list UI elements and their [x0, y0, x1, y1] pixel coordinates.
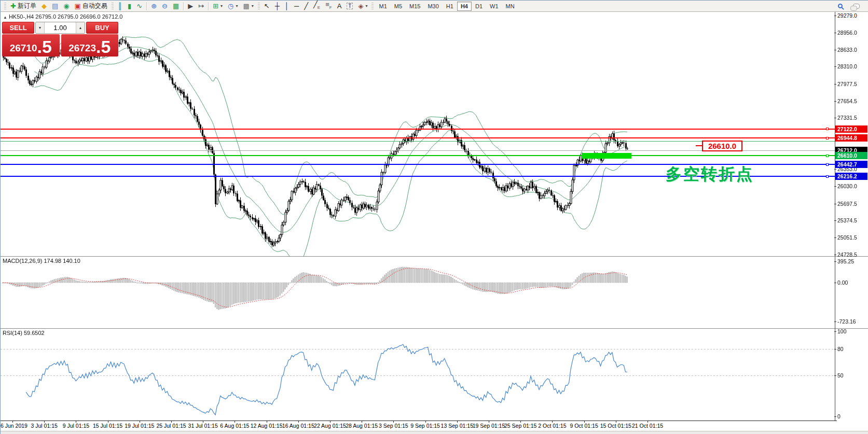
arrows-caret-icon[interactable]: ▾ [365, 4, 367, 8]
horizontal-line-object[interactable] [1, 137, 835, 138]
price-axis-tick: 25051.5 [837, 234, 857, 241]
horizontal-line-button[interactable]: ─ [292, 1, 301, 11]
date-axis-tick [616, 421, 616, 423]
candlestick-chart-button[interactable]: ▮ [125, 1, 134, 11]
timeframe-m5-button[interactable]: M5 [391, 2, 406, 11]
volume-input[interactable]: 1.00 [45, 22, 76, 33]
timeframe-h1-button[interactable]: H1 [443, 2, 457, 11]
buy-button[interactable]: BUY [86, 22, 118, 34]
macd-pane-separator[interactable] [1, 256, 868, 257]
new-chart-button[interactable]: ⊞▾ [210, 1, 225, 11]
symbol-ohlc-text: HK50-,H4 26795.0 26795.0 26696.0 26712.0 [9, 13, 123, 20]
new-chart-icon: ⊞ [213, 3, 218, 9]
toolbar-grip[interactable] [4, 3, 6, 10]
date-axis-label: 15 Jul 01:15 [93, 423, 122, 429]
date-axis-tick [330, 421, 330, 423]
line-chart-icon: ∿ [136, 3, 142, 9]
auto-scroll-button[interactable]: ▶ [185, 1, 196, 11]
text-label-button[interactable]: T [344, 1, 355, 11]
toolbar-grip[interactable] [258, 3, 260, 10]
date-axis-tick [425, 421, 426, 423]
fibonacci-button[interactable]: ≡F [323, 1, 334, 11]
macd-axis-tick: -723.16 [837, 318, 856, 325]
auto-trading-button[interactable]: ▣自动交易 [72, 1, 110, 11]
trendline-button[interactable]: ╱ [301, 1, 311, 11]
chat-button[interactable] [850, 1, 862, 11]
timeframe-m15-button[interactable]: M15 [406, 2, 424, 11]
crosshair-icon: ┼ [275, 3, 280, 9]
zoom-out-button[interactable]: ⊖ [159, 1, 170, 11]
timeframe-m30-button[interactable]: M30 [424, 2, 442, 11]
mt4-window: ✚新订单◆▤◉▣自动交易║▮∿⊕⊖▦▶↦⊞▾◷▾▩▾↖┼│─╱╱E≡FAT◈▾M… [0, 0, 868, 434]
arrows-button[interactable]: ◈▾ [355, 1, 370, 11]
date-axis-label: 9 Jul 01:15 [63, 423, 89, 429]
bar-chart-button[interactable]: ║ [115, 1, 125, 11]
price-axis-tick: 27977.5 [837, 81, 857, 87]
date-axis-tick [457, 421, 458, 423]
search-button[interactable] [835, 1, 845, 11]
line-chart-button[interactable]: ∿ [134, 1, 145, 11]
vertical-line-icon: │ [285, 3, 289, 9]
chart-canvas[interactable] [1, 12, 835, 421]
timeframe-mn-button[interactable]: MN [502, 2, 518, 11]
chart-shift-button[interactable]: ↦ [196, 1, 206, 11]
one-click-trading-panel: SELL ▾ 1.00 ▴ BUY 26710.5 26723.5 [2, 22, 118, 57]
line-anchor-handle[interactable] [826, 155, 829, 157]
sell-price-display[interactable]: 26710.5 [2, 34, 60, 57]
date-axis-tick [203, 421, 203, 423]
templates-button[interactable]: ▩▾ [240, 1, 256, 11]
key-level-price-box[interactable]: 26610.0 [702, 141, 742, 151]
date-axis-label: 25 Sep 01:15 [504, 423, 536, 429]
volume-increase-button[interactable]: ▴ [76, 22, 85, 33]
toolbar-separator [208, 2, 209, 10]
date-axis-label: 19 Jul 01:15 [125, 423, 154, 429]
timeframe-m1-button[interactable]: M1 [375, 2, 390, 11]
data-window-button[interactable]: ▤ [49, 1, 61, 11]
line-anchor-handle[interactable] [826, 175, 829, 178]
date-axis-tick [520, 421, 521, 423]
templates-caret-icon[interactable]: ▾ [252, 4, 254, 8]
buy-price-display[interactable]: 26723.5 [61, 34, 119, 57]
sell-button[interactable]: SELL [2, 22, 34, 34]
key-zone-highlight[interactable] [582, 153, 631, 159]
periods-caret-icon[interactable]: ▾ [236, 4, 238, 8]
cursor-button[interactable]: ↖ [261, 1, 272, 11]
volume-decrease-button[interactable]: ▾ [36, 22, 45, 33]
timeframe-h4-button[interactable]: H4 [457, 2, 472, 11]
vertical-line-button[interactable]: │ [282, 1, 292, 11]
rsi-pane-separator[interactable] [1, 328, 868, 329]
timeframe-w1-button[interactable]: W1 [486, 2, 502, 11]
horizontal-line-object[interactable] [1, 155, 835, 156]
date-axis-label: 15 Oct 01:15 [600, 423, 631, 429]
price-axis-tick: 24728.5 [837, 251, 857, 258]
date-axis-tick [44, 421, 45, 423]
new-chart-caret-icon[interactable]: ▾ [221, 4, 223, 8]
fibonacci-icon: ≡F [325, 1, 332, 11]
text-button[interactable]: A [335, 1, 345, 11]
equidistant-channel-button[interactable]: ╱E [311, 1, 323, 11]
crosshair-button[interactable]: ┼ [272, 1, 282, 11]
line-anchor-handle[interactable] [826, 163, 829, 166]
auto-trading-label: 自动交易 [82, 2, 107, 10]
toolbar-grip[interactable] [112, 3, 114, 10]
horizontal-line-object[interactable] [1, 129, 835, 130]
timeframe-d1-button[interactable]: D1 [472, 2, 486, 11]
rsi-indicator-label: RSI(14) 59.6502 [3, 330, 45, 336]
new-order-button[interactable]: ✚新订单 [8, 1, 39, 11]
tile-windows-button[interactable]: ▦ [170, 1, 182, 11]
date-axis-label: 16 Aug 01:15 [282, 423, 314, 429]
price-axis-tick: 25374.5 [837, 217, 857, 223]
date-axis-tick [647, 421, 648, 423]
market-watch-button[interactable]: ◆ [39, 1, 49, 11]
toolbar-grip[interactable] [371, 3, 374, 10]
rsi-axis-tick: 50 [837, 372, 844, 379]
arrows-icon: ◈ [358, 3, 363, 9]
zoom-in-button[interactable]: ⊕ [148, 1, 159, 11]
line-anchor-handle[interactable] [826, 128, 829, 130]
signals-button[interactable]: ◉ [61, 1, 72, 11]
text-icon: A [337, 3, 342, 9]
periods-button[interactable]: ◷▾ [225, 1, 240, 11]
collapse-panel-icon[interactable]: ▲ [3, 15, 7, 20]
line-anchor-handle[interactable] [826, 137, 829, 139]
turning-point-annotation[interactable]: 多空转折点 [666, 163, 754, 185]
